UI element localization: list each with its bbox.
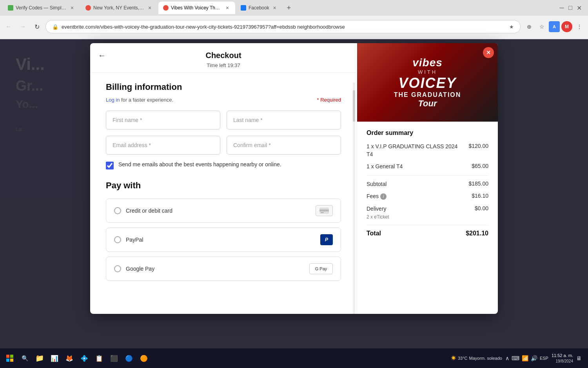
maximize-button[interactable]: □ (568, 5, 573, 11)
weather-temp: 33°C (458, 356, 468, 361)
last-name-input[interactable] (227, 111, 341, 129)
checkout-body[interactable]: Billing information Log in for a faster … (90, 73, 357, 314)
page-content: Vi... Gr... Yo... Lo... ← Checkout Time … (0, 39, 588, 368)
payment-options: Credit or debit card (106, 199, 341, 281)
delivery-row: Delivery 2 x eTicket $0.00 (367, 205, 488, 220)
taskbar-app-3[interactable]: 💠 (78, 352, 91, 365)
tab-close-2[interactable]: × (147, 5, 153, 11)
first-name-input[interactable] (106, 111, 220, 129)
tab-close-1[interactable]: × (69, 5, 75, 11)
taskbar-date-display: 19/8/2024 (552, 359, 573, 364)
order-divider-1 (367, 175, 488, 176)
translate-icon[interactable]: ⊕ (524, 21, 535, 32)
tab-label-1: Verify Codes — SimplyCodes (16, 5, 67, 11)
email-checkbox-row: Send me emails about the best events hap… (106, 161, 341, 169)
new-tab-button[interactable]: + (283, 2, 294, 13)
order-item-1-amount: $120.00 (468, 143, 488, 149)
order-item-2-label: 1 x General T4 (367, 163, 472, 171)
checkout-form-panel: ← Checkout Time left 19:37 Billing infor… (90, 43, 357, 314)
browser-tab-4[interactable]: Facebook × (236, 2, 283, 14)
back-button[interactable]: ← (98, 51, 106, 60)
tab-close-3[interactable]: × (224, 5, 230, 11)
delivery-amount: $0.00 (475, 205, 488, 211)
taskbar-app-7[interactable]: 🟠 (137, 352, 151, 365)
taskbar-app-4[interactable]: 📋 (93, 352, 106, 365)
fees-info-icon[interactable]: i (380, 193, 387, 200)
last-name-field (227, 111, 341, 129)
event-banner-content: vibes WITH VOICEY THE GRADUATION Tour (386, 49, 469, 117)
network-icon[interactable]: 📶 (522, 355, 528, 361)
order-divider-2 (367, 225, 488, 225)
event-graduation-text: THE GRADUATION (394, 91, 461, 98)
url-text: eventbrite.com/e/vibes-with-voicey-the-g… (62, 24, 506, 30)
weather-widget[interactable]: ☀️ 33°C Mayorm. soleado (451, 355, 502, 361)
language-indicator: ESP (540, 356, 548, 361)
forward-button[interactable]: → (17, 21, 28, 32)
back-button[interactable]: ← (3, 21, 14, 32)
bookmark-icon[interactable]: ☆ (536, 21, 547, 32)
taskbar-file-explorer[interactable]: 📁 (33, 352, 46, 365)
taskbar-app-1[interactable]: 📊 (48, 352, 61, 365)
email-field (106, 136, 220, 155)
notification-icon[interactable]: 🖥 (576, 355, 582, 361)
login-prompt: Log in for a faster experience. * Requir… (106, 97, 341, 103)
reload-button[interactable]: ↻ (31, 21, 42, 32)
taskbar-clock[interactable]: 11:52 a. m. 19/8/2024 (552, 353, 573, 363)
toolbar-icons: ⊕ ☆ A M ⋮ (524, 21, 585, 32)
minimize-button[interactable]: ─ (559, 5, 564, 11)
total-label: Total (367, 230, 381, 237)
email-checkbox-label: Send me emails about the best events hap… (118, 161, 281, 169)
event-tour-text: Tour (394, 98, 461, 109)
payment-radio-paypal[interactable] (114, 236, 121, 243)
order-summary-title: Order summary (367, 129, 488, 137)
start-button[interactable] (3, 352, 16, 365)
payment-option-gpay[interactable]: Google Pay G Pay (106, 257, 341, 281)
tab-close-4[interactable]: × (272, 5, 278, 11)
volume-icon[interactable]: 🔊 (531, 355, 537, 361)
taskbar-search[interactable]: 🔍 (18, 352, 31, 365)
login-link[interactable]: Log in (106, 97, 120, 103)
payment-option-card-left: Credit or debit card (114, 207, 172, 214)
paypal-icon: P (320, 234, 333, 245)
first-name-field (106, 111, 220, 129)
payment-option-paypal[interactable]: PayPal P (106, 228, 341, 252)
close-modal-button[interactable]: ✕ (483, 47, 494, 58)
menu-icon[interactable]: ⋮ (574, 21, 585, 32)
close-window-button[interactable]: ✕ (576, 5, 582, 11)
fees-amount: $16.10 (472, 193, 488, 199)
window-controls: ─ □ ✕ (559, 5, 585, 11)
taskbar-app-5[interactable]: ⬛ (107, 352, 121, 365)
confirm-email-input[interactable] (227, 136, 341, 155)
weather-icon: ☀️ (451, 355, 456, 361)
taskbar-app-2[interactable]: 🦊 (63, 352, 76, 365)
profile-icon[interactable]: M (561, 21, 572, 32)
address-bar[interactable]: 🔒 eventbrite.com/e/vibes-with-voicey-the… (45, 20, 521, 33)
svg-rect-6 (10, 359, 13, 362)
browser-tab-2[interactable]: New York, NY Events, Calendar... × (81, 2, 158, 14)
svg-rect-1 (319, 210, 329, 211)
chevron-up-icon[interactable]: ∧ (505, 355, 509, 361)
taskbar-app-6[interactable]: 🔵 (122, 352, 136, 365)
email-input[interactable] (106, 136, 220, 155)
browser-tab-1[interactable]: Verify Codes — SimplyCodes × (3, 2, 80, 14)
svg-rect-5 (6, 359, 9, 362)
event-with-text: WITH (394, 69, 461, 75)
email-checkbox[interactable] (106, 162, 114, 169)
keyboard-icon[interactable]: ⌨ (512, 355, 519, 361)
login-prompt-text: for a faster experience. (121, 97, 173, 103)
subtotal-row: Subtotal $185.00 (367, 180, 488, 188)
tab-favicon-1 (8, 5, 13, 11)
browser-tab-3[interactable]: Vibes With Voicey The Graduat... × (158, 2, 235, 14)
payment-radio-card[interactable] (114, 207, 121, 214)
payment-label-gpay: Google Pay (126, 266, 154, 272)
order-item-1: 1 x V.I.P GRADUATING CLASS 2024 T4 $120.… (367, 143, 488, 158)
tab-favicon-4 (241, 5, 246, 11)
payment-radio-gpay[interactable] (114, 265, 121, 272)
payment-option-card[interactable]: Credit or debit card (106, 199, 341, 223)
event-voicey-text: VOICEY (394, 75, 461, 91)
checkout-right-panel: ✕ vibes WITH VOICEY THE GRADUATION Tour … (357, 43, 498, 314)
checkout-title: Checkout (100, 51, 347, 60)
required-note: * Required (317, 97, 341, 103)
extensions-icon[interactable]: A (549, 21, 560, 32)
delivery-note: 2 x eTicket (367, 214, 470, 220)
